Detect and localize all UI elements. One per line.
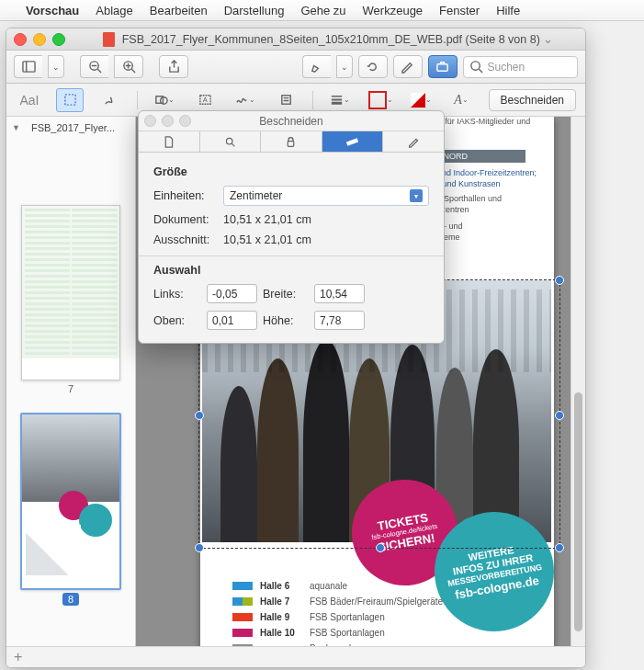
menu-item[interactable]: Darstellung — [224, 4, 285, 17]
macos-menubar[interactable]: Vorschau Ablage Bearbeiten Darstellung G… — [0, 0, 644, 21]
menu-item[interactable]: Ablage — [96, 4, 132, 17]
menu-item[interactable]: Hilfe — [496, 4, 520, 17]
menu-item[interactable]: Fenster — [439, 4, 480, 17]
menu-item[interactable]: Gehe zu — [300, 4, 345, 17]
menu-item[interactable]: Werkzeuge — [363, 4, 424, 17]
menu-app[interactable]: Vorschau — [26, 4, 79, 17]
menu-item[interactable]: Bearbeiten — [150, 4, 208, 17]
